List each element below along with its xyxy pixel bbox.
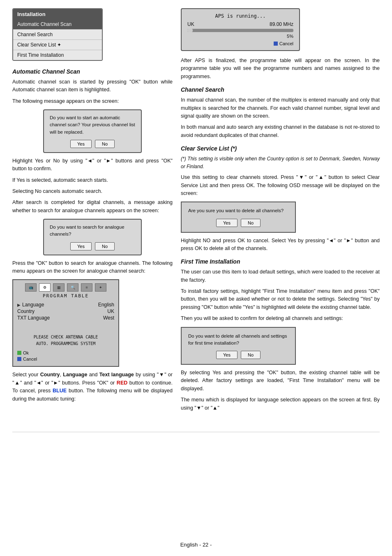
dialog2-no-button[interactable]: No: [95, 242, 115, 250]
prog-country-val: UK: [107, 308, 114, 314]
aps-running-box: APS is running... UK 89.00 MHz 5% Cancel: [181, 8, 300, 51]
program-table-label: PROGRAM TABLE: [17, 293, 114, 299]
auto-scan-p8: Select your Country, Language and Text l…: [12, 371, 173, 403]
dialog1-no-button[interactable]: No: [95, 140, 115, 148]
aps-cancel-label: Cancel: [279, 41, 293, 46]
fti-p2: To install factory settings, highlight "…: [181, 287, 380, 311]
icon-grid: ▦: [53, 283, 65, 292]
dialog2-yes-button[interactable]: Yes: [70, 242, 92, 250]
delete-dialog-buttons: Yes No: [188, 219, 288, 227]
right-p1: After APS is finalized, the programme ta…: [181, 57, 380, 81]
icon-list: ≡: [81, 283, 92, 292]
aps-title: APS is running...: [187, 13, 293, 19]
icon-misc: ✦: [95, 283, 106, 292]
fti-p5: The menu which is displayed for language…: [181, 396, 380, 412]
red-button-label: RED: [117, 380, 127, 386]
fti-dialog-buttons: Yes No: [188, 351, 288, 359]
aps-percent: 5%: [187, 34, 293, 39]
green-square-icon: [17, 351, 21, 355]
blue-button-label: BLUE: [53, 388, 67, 394]
right-column: APS is running... UK 89.00 MHz 5% Cancel…: [181, 8, 380, 415]
auto-scan-p6: After search is completed for digital ch…: [12, 199, 173, 215]
channel-search-p1: In manual channel scan, the number of th…: [181, 96, 380, 120]
fti-dialog-text: Do you want to delete all channels and s…: [188, 333, 288, 347]
section-channel-search-heading: Channel Search: [181, 86, 380, 93]
dialog1-text: Do you want to start an automatic channe…: [50, 114, 135, 136]
prog-language-label: Language: [22, 302, 44, 308]
section-clear-service-heading: Clear Service List (*): [181, 145, 380, 152]
blue-square-icon: [17, 357, 21, 361]
prog-ok-row: Ok: [17, 350, 114, 355]
aps-cancel-blue-icon: [274, 42, 278, 46]
prog-cancel-row: Cancel: [17, 357, 114, 361]
aps-freq: 89.00 MHz: [270, 21, 293, 27]
left-column: Installation Automatic Channel Scan Chan…: [12, 8, 173, 415]
fti-p3: Then you will be asked to confirm for de…: [181, 315, 380, 322]
prog-antenna-msg: PLEASE CHECK ANTENNA CABLE AUTO. PROGRAM…: [17, 334, 114, 347]
clear-service-footnote: (*) This setting is visible only when th…: [181, 155, 380, 170]
prog-txt-val: West: [103, 315, 114, 321]
arrow-language: ▶: [17, 303, 21, 307]
aps-country: UK: [187, 21, 194, 27]
delete-no-button[interactable]: No: [241, 219, 261, 227]
clear-service-p1: Use this setting to clear channels store…: [181, 174, 380, 197]
auto-scan-p5: Selecting No cancels automatic search.: [12, 188, 173, 195]
icon-tv: 📺: [25, 283, 37, 292]
footer-text: English - 22 -: [180, 542, 212, 548]
aps-progress-bar-bg: [187, 29, 293, 32]
auto-scan-p7: Press the "OK" button to search for anal…: [12, 259, 173, 276]
menu-title: Installation: [13, 9, 102, 19]
aps-cancel-row: Cancel: [187, 41, 293, 46]
icon-search: 🔍: [67, 283, 78, 292]
auto-scan-p2: The following message appears on the scr…: [12, 97, 173, 105]
prog-spacer: [17, 322, 114, 334]
fti-yes-button[interactable]: Yes: [216, 351, 238, 359]
section-first-time-heading: First Time Installation: [181, 258, 380, 265]
analogue-search-dialog: Do you want to search for analogue chann…: [43, 219, 142, 255]
dialog2-text: Do you want to search for analogue chann…: [50, 224, 135, 238]
delete-channels-dialog: Are you sure you want to delete all chan…: [181, 202, 296, 232]
fti-p1: The user can use this item to load defau…: [181, 268, 380, 284]
delete-yes-button[interactable]: Yes: [216, 219, 238, 227]
prog-row-txt: TXT Language West: [17, 315, 114, 321]
prog-language-val: English: [98, 302, 114, 308]
auto-scan-confirm-dialog: Do you want to start an automatic channe…: [43, 109, 142, 153]
menu-item-auto-scan[interactable]: Automatic Channel Scan: [13, 19, 102, 30]
installation-menu: Installation Automatic Channel Scan Chan…: [12, 8, 103, 61]
prog-row-language: ▶ Language English: [17, 302, 114, 308]
program-table-box: 📺 ⚙ ▦ 🔍 ≡ ✦ PROGRAM TABLE ▶ Language Eng…: [12, 279, 119, 367]
prog-ok-label: Ok: [23, 350, 29, 355]
page-footer: English - 22 -: [0, 542, 392, 548]
section-auto-scan-heading: Automatic Channel Scan: [12, 68, 173, 75]
aps-progress-bar-fill: [187, 29, 193, 32]
aps-top-row: UK 89.00 MHz: [187, 21, 293, 27]
fti-dialog: Do you want to delete all channels and s…: [181, 327, 296, 365]
icon-settings: ⚙: [39, 283, 51, 292]
fti-p4: By selecting Yes and pressing the "OK" b…: [181, 369, 380, 393]
channel-search-p2: In both manual and auto search any exist…: [181, 123, 380, 139]
clear-service-p2: Highlight NO and press OK to cancel. Sel…: [181, 237, 380, 253]
menu-item-channel-search[interactable]: Channel Search: [13, 30, 102, 40]
menu-item-first-time[interactable]: First Time Installation: [13, 50, 102, 60]
auto-scan-p1: Automatic channel scan is started by pre…: [12, 78, 173, 94]
dialog2-buttons: Yes No: [50, 242, 135, 250]
menu-item-clear-service[interactable]: Clear Service List ✦: [13, 40, 102, 50]
prog-row-country: Country UK: [17, 308, 114, 314]
program-table-icons: 📺 ⚙ ▦ 🔍 ≡ ✦: [17, 283, 114, 292]
prog-txt-label: TXT Language: [17, 315, 50, 321]
auto-scan-p3: Highlight Yes or No by using "◄" or "►" …: [12, 157, 173, 173]
fti-no-button[interactable]: No: [241, 351, 261, 359]
dialog1-yes-button[interactable]: Yes: [70, 140, 92, 148]
dialog1-buttons: Yes No: [50, 140, 135, 148]
auto-scan-p4: If Yes is selected, automatic search sta…: [12, 176, 173, 184]
prog-cancel-label: Cancel: [23, 357, 37, 361]
delete-dialog-text: Are you sure you want to delete all chan…: [188, 207, 288, 214]
prog-country-label: Country: [17, 308, 35, 314]
